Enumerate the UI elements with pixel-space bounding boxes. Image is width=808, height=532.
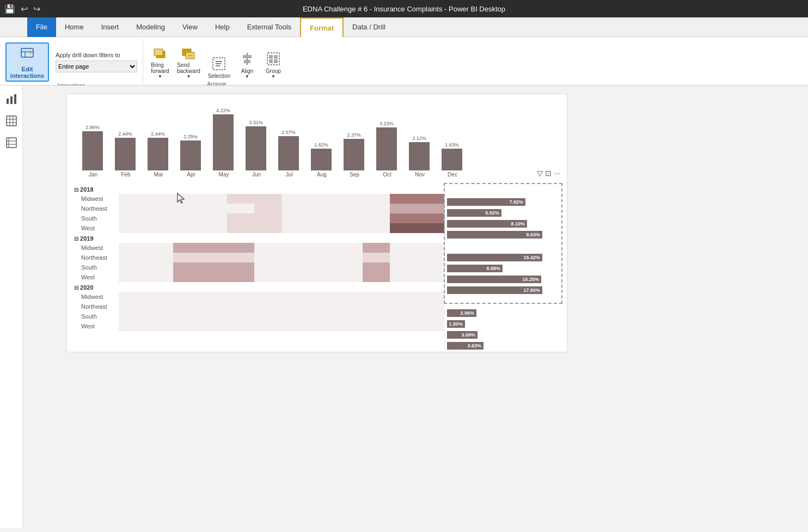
- heat-cell[interactable]: [227, 262, 254, 272]
- heat-cell[interactable]: [336, 253, 363, 262]
- heat-cell[interactable]: [417, 243, 444, 253]
- heat-cell[interactable]: [227, 194, 254, 204]
- heat-cell[interactable]: [390, 194, 417, 204]
- heat-cell[interactable]: [173, 262, 200, 272]
- heat-cell[interactable]: [254, 311, 281, 321]
- heat-cell[interactable]: [119, 223, 146, 233]
- heat-cell[interactable]: [390, 223, 417, 233]
- heat-cell[interactable]: [119, 253, 146, 262]
- heat-cell[interactable]: [309, 262, 336, 272]
- heat-cell[interactable]: [363, 223, 390, 233]
- heat-cell[interactable]: [309, 272, 336, 282]
- hbar-row[interactable]: 5.52%: [447, 208, 561, 218]
- bar-rect[interactable]: [115, 138, 136, 170]
- heat-cell[interactable]: [417, 321, 444, 331]
- tab-home[interactable]: Home: [56, 17, 93, 37]
- heat-cell[interactable]: [254, 272, 281, 282]
- heat-cell[interactable]: [417, 253, 444, 262]
- more-options-icon[interactable]: ···: [554, 169, 560, 178]
- heat-cell[interactable]: [417, 194, 444, 204]
- heat-cell[interactable]: [281, 253, 309, 262]
- heat-cell[interactable]: [119, 292, 146, 302]
- sidebar-icon-table[interactable]: [2, 112, 21, 130]
- tab-format[interactable]: Format: [300, 17, 344, 37]
- heat-cell[interactable]: [200, 262, 227, 272]
- heat-cell[interactable]: [309, 194, 336, 204]
- heat-cell[interactable]: [309, 253, 336, 262]
- heat-cell[interactable]: [173, 272, 200, 282]
- heat-cell[interactable]: [200, 223, 227, 233]
- heat-cell[interactable]: [254, 253, 281, 262]
- heat-cell[interactable]: [309, 213, 336, 223]
- heat-cell[interactable]: [119, 204, 146, 213]
- heat-cell[interactable]: [254, 223, 281, 233]
- sidebar-icon-chart[interactable]: [2, 90, 21, 108]
- heat-cell[interactable]: [336, 213, 363, 223]
- heat-cell[interactable]: [390, 262, 417, 272]
- heat-cell[interactable]: [336, 204, 363, 213]
- heat-cell[interactable]: [173, 292, 200, 302]
- heat-cell[interactable]: [227, 272, 254, 282]
- tab-view[interactable]: View: [174, 17, 206, 37]
- heat-cell[interactable]: [254, 292, 281, 302]
- heat-cell[interactable]: [363, 253, 390, 262]
- heat-cell[interactable]: [173, 213, 200, 223]
- heat-cell[interactable]: [363, 194, 390, 204]
- heat-cell[interactable]: [336, 311, 363, 321]
- heat-cell[interactable]: [173, 311, 200, 321]
- heat-cell[interactable]: [119, 272, 146, 282]
- hbar-row[interactable]: 2.96%: [447, 308, 561, 318]
- group-button[interactable]: Group ▼: [261, 47, 286, 81]
- heat-cell[interactable]: [254, 213, 281, 223]
- heat-cell[interactable]: [390, 311, 417, 321]
- heat-cell[interactable]: [281, 213, 309, 223]
- heat-cell[interactable]: [146, 243, 173, 253]
- heat-cell[interactable]: [200, 272, 227, 282]
- bar-rect[interactable]: [409, 142, 430, 170]
- hbar-row[interactable]: 9.63%: [447, 230, 561, 240]
- bar-rect[interactable]: [213, 114, 234, 170]
- heat-cell[interactable]: [200, 194, 227, 204]
- heat-cell[interactable]: [200, 204, 227, 213]
- tab-help[interactable]: Help: [206, 17, 238, 37]
- heat-cell[interactable]: [390, 243, 417, 253]
- hbar-row[interactable]: 8.10%: [447, 219, 561, 229]
- heat-cell[interactable]: [146, 272, 173, 282]
- heat-cell[interactable]: [417, 213, 444, 223]
- heat-cell[interactable]: [363, 302, 390, 311]
- align-button[interactable]: Align ▼: [235, 47, 260, 81]
- heat-cell[interactable]: [417, 272, 444, 282]
- heat-cell[interactable]: [146, 204, 173, 213]
- selection-button[interactable]: Selection: [205, 52, 234, 81]
- heat-cell[interactable]: [227, 321, 254, 331]
- heat-cell[interactable]: [173, 302, 200, 311]
- heat-cell[interactable]: [281, 311, 309, 321]
- heat-cell[interactable]: [146, 194, 173, 204]
- heat-cell[interactable]: [146, 223, 173, 233]
- heat-cell[interactable]: [173, 204, 200, 213]
- bar-rect[interactable]: [180, 140, 201, 170]
- tab-insert[interactable]: Insert: [93, 17, 128, 37]
- heat-cell[interactable]: [390, 321, 417, 331]
- heat-cell[interactable]: [336, 223, 363, 233]
- heat-cell[interactable]: [309, 243, 336, 253]
- tab-data-drill[interactable]: Data / Drill: [344, 17, 394, 37]
- heat-cell[interactable]: [417, 302, 444, 311]
- undo-icon[interactable]: ↩: [21, 4, 28, 14]
- bar-rect[interactable]: [376, 127, 397, 170]
- heat-cell[interactable]: [363, 292, 390, 302]
- heat-cell[interactable]: [227, 253, 254, 262]
- heat-cell[interactable]: [119, 213, 146, 223]
- heat-cell[interactable]: [146, 321, 173, 331]
- heat-cell[interactable]: [281, 223, 309, 233]
- heat-cell[interactable]: [173, 253, 200, 262]
- heat-cell[interactable]: [390, 204, 417, 213]
- heat-cell[interactable]: [146, 253, 173, 262]
- heat-cell[interactable]: [281, 272, 309, 282]
- heat-cell[interactable]: [254, 204, 281, 213]
- heat-cell[interactable]: [336, 302, 363, 311]
- heat-cell[interactable]: [173, 321, 200, 331]
- heat-cell[interactable]: [254, 243, 281, 253]
- heat-cell[interactable]: [173, 194, 200, 204]
- hbar-row[interactable]: 7.92%: [447, 197, 561, 207]
